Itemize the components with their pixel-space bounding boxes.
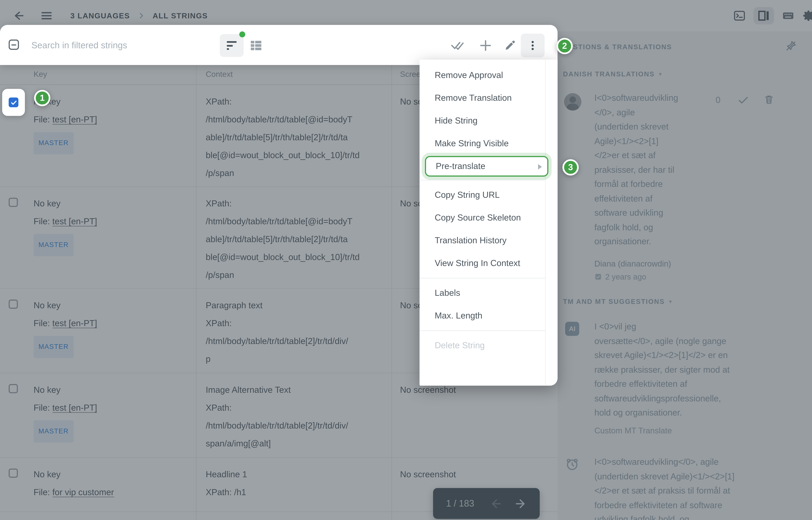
filter-active-dot <box>239 31 245 37</box>
selected-row-checkbox-highlight <box>2 89 25 116</box>
menu-item-max-length[interactable]: Max. Length <box>419 304 545 327</box>
menu-item-view-string-in-context[interactable]: View String In Context <box>419 252 545 275</box>
tour-backdrop <box>0 0 812 520</box>
list-view-icon[interactable] <box>249 38 263 53</box>
more-actions-button[interactable] <box>521 34 545 57</box>
menu-item-remove-approval[interactable]: Remove Approval <box>419 64 545 87</box>
menu-scroll-gutter <box>545 60 546 386</box>
add-string-icon[interactable] <box>479 38 493 53</box>
menu-item-delete-string: Delete String <box>419 334 545 357</box>
submenu-chevron-icon <box>538 164 542 170</box>
edit-string-icon[interactable] <box>503 38 517 52</box>
crowdin-editor: 3 LANGUAGES ALL STRINGS Key Context <box>0 0 812 520</box>
search-input[interactable] <box>31 25 210 65</box>
menu-item-copy-string-url[interactable]: Copy String URL <box>419 184 545 206</box>
menu-item-make-string-visible[interactable]: Make String Visible <box>419 132 545 155</box>
filter-button[interactable] <box>220 34 244 57</box>
menu-separator <box>419 330 545 331</box>
menu-item-remove-translation[interactable]: Remove Translation <box>419 87 545 109</box>
strings-toolbar <box>0 25 558 65</box>
menu-separator <box>419 180 545 180</box>
pre-translate-label: Pre-translate <box>436 161 485 171</box>
row-checkbox-checked[interactable] <box>9 98 18 107</box>
select-all-checkbox[interactable] <box>9 40 19 50</box>
menu-item-pre-translate[interactable]: Pre-translate <box>425 156 549 177</box>
menu-item-labels[interactable]: Labels <box>419 282 545 304</box>
filter-icon <box>227 41 236 52</box>
menu-item-hide-string[interactable]: Hide String <box>419 109 545 132</box>
string-actions-menu: Remove Approval Remove Translation Hide … <box>419 60 558 386</box>
tour-step-badge-3[interactable]: 3 <box>562 159 579 176</box>
approve-all-icon[interactable] <box>450 38 465 53</box>
menu-item-translation-history[interactable]: Translation History <box>419 229 545 252</box>
menu-item-copy-source-skeleton[interactable]: Copy Source Skeleton <box>419 206 545 229</box>
menu-separator <box>419 278 545 278</box>
tour-step-badge-1[interactable]: 1 <box>34 90 50 106</box>
tour-step-badge-2[interactable]: 2 <box>557 38 573 54</box>
kebab-icon <box>527 40 538 51</box>
